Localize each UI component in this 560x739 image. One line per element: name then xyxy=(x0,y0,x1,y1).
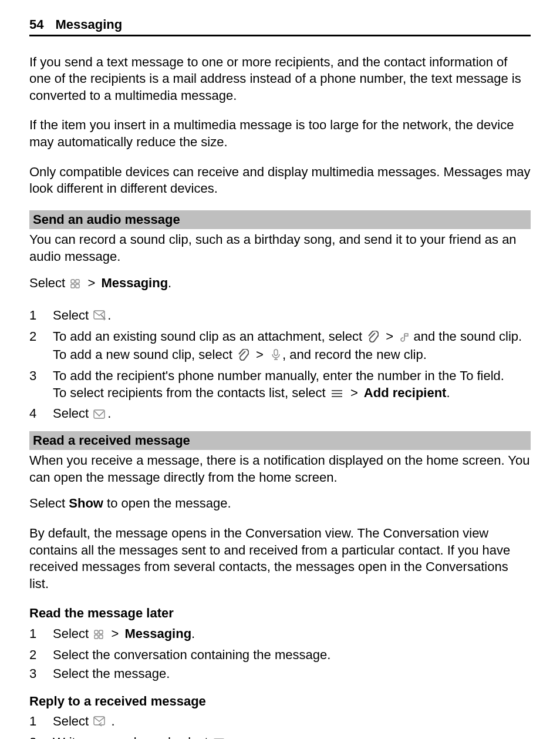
step-body: To add the recipient's phone number manu… xyxy=(53,368,531,403)
messaging-label: Messaging xyxy=(101,276,168,290)
step-number: 3 xyxy=(29,368,53,385)
paragraph: Select Show to open the message. xyxy=(29,495,531,512)
text: . xyxy=(191,626,195,641)
instruction: Select > Messaging. xyxy=(29,275,531,294)
text: To add an existing sound clip as an atta… xyxy=(53,329,366,344)
step-body: Select the message. xyxy=(53,666,531,683)
subheading-later: Read the message later xyxy=(29,605,531,622)
text: . xyxy=(107,406,111,421)
microphone-icon xyxy=(271,348,281,365)
chevron-right-icon: > xyxy=(111,626,119,641)
steps-list: 1 Select > Messaging. 2 Select the conve… xyxy=(29,624,531,684)
text: Select xyxy=(53,406,92,421)
section-heading-read: Read a received message xyxy=(29,431,531,451)
apps-icon xyxy=(93,627,104,644)
text: . xyxy=(107,714,114,728)
reply-icon xyxy=(93,715,106,732)
list-item: 3 Select the message. xyxy=(29,664,531,684)
send-icon xyxy=(213,736,226,739)
step-number: 2 xyxy=(29,734,53,739)
send-icon xyxy=(93,407,106,424)
show-label: Show xyxy=(69,496,103,510)
step-number: 4 xyxy=(29,405,53,422)
chevron-right-icon: > xyxy=(350,385,358,400)
step-number: 3 xyxy=(29,666,53,683)
options-icon xyxy=(330,387,343,404)
messaging-label: Messaging xyxy=(124,626,191,641)
chevron-right-icon: > xyxy=(256,347,264,362)
list-item: 1 Select > Messaging. xyxy=(29,624,531,646)
text: Select xyxy=(29,276,69,290)
step-body: Write your reply, and select . xyxy=(53,734,531,739)
paragraph: When you receive a message, there is a n… xyxy=(29,452,531,486)
section-heading-audio: Send an audio message xyxy=(29,210,531,230)
steps-list: 1 Select . 2 Write your reply, and selec… xyxy=(29,712,531,739)
chevron-right-icon: > xyxy=(386,329,393,344)
step-body: To add an existing sound clip as an atta… xyxy=(53,328,531,365)
step-number: 1 xyxy=(29,307,53,324)
page-header: 54 Messaging xyxy=(29,16,531,36)
paragraph: If you send a text message to one or mor… xyxy=(29,54,531,105)
step-body: Select . xyxy=(53,713,531,732)
paragraph: You can record a sound clip, such as a b… xyxy=(29,231,531,265)
text: Select xyxy=(53,714,92,728)
text: . xyxy=(446,385,450,400)
steps-list: 1 Select . 2 To add an existing sound cl… xyxy=(29,306,531,425)
step-body: Select > Messaging. xyxy=(53,626,531,644)
text: To select recipients from the contacts l… xyxy=(53,385,329,400)
apps-icon xyxy=(70,277,80,294)
text: To add the recipient's phone number manu… xyxy=(53,368,504,383)
list-item: 3 To add the recipient's phone number ma… xyxy=(29,367,531,404)
step-number: 1 xyxy=(29,626,53,643)
page-number: 54 xyxy=(29,16,43,33)
list-item: 2 To add an existing sound clip as an at… xyxy=(29,327,531,367)
paragraph: By default, the message opens in the Con… xyxy=(29,525,531,592)
subheading-reply: Reply to a received message xyxy=(29,693,531,710)
step-body: Select . xyxy=(53,405,531,424)
paperclip-icon xyxy=(237,348,249,365)
list-item: 4 Select . xyxy=(29,404,531,425)
compose-message-icon xyxy=(93,309,106,326)
list-item: 1 Select . xyxy=(29,712,531,733)
page-title: Messaging xyxy=(55,16,122,33)
paragraph: Only compatible devices can receive and … xyxy=(29,164,531,197)
step-body: Select the conversation containing the m… xyxy=(53,647,531,664)
step-number: 2 xyxy=(29,647,53,664)
chevron-right-icon: > xyxy=(87,276,95,290)
text: and the sound clip. xyxy=(413,329,522,344)
text: Select xyxy=(53,308,92,323)
step-number: 1 xyxy=(29,713,53,730)
text: . xyxy=(168,276,171,290)
page: 54 Messaging If you send a text message … xyxy=(0,0,560,739)
text: . xyxy=(227,735,234,739)
text: Select xyxy=(29,496,69,510)
add-recipient-label: Add recipient xyxy=(364,385,447,400)
music-note-icon xyxy=(400,330,409,347)
text: , and record the new clip. xyxy=(282,347,427,362)
paperclip-icon xyxy=(367,330,379,347)
list-item: 2 Select the conversation containing the… xyxy=(29,646,531,665)
text: Select xyxy=(53,626,92,641)
step-number: 2 xyxy=(29,328,53,345)
text: to open the message. xyxy=(103,496,231,510)
text: To add a new sound clip, select xyxy=(53,347,236,362)
text: Write your reply, and select xyxy=(53,735,212,739)
paragraph: If the item you insert in a multimedia m… xyxy=(29,117,531,150)
list-item: 1 Select . xyxy=(29,306,531,327)
list-item: 2 Write your reply, and select . xyxy=(29,733,531,739)
step-body: Select . xyxy=(53,307,531,326)
text: . xyxy=(107,308,111,323)
